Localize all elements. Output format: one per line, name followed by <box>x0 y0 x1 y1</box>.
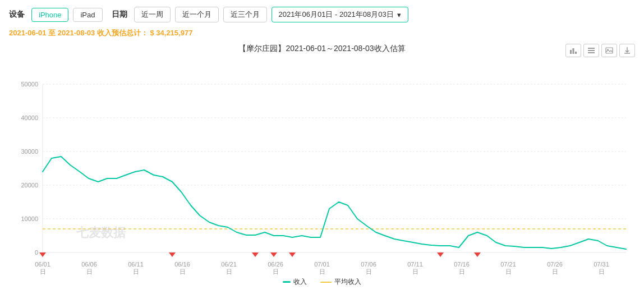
bar-chart-button[interactable] <box>565 44 581 57</box>
svg-text:07/16: 07/16 <box>454 261 470 268</box>
week-button[interactable]: 近一周 <box>134 7 171 22</box>
flag-4 <box>270 252 277 257</box>
avg-legend-item: 平均收入 <box>320 277 361 287</box>
svg-text:20000: 20000 <box>21 182 38 189</box>
svg-text:日: 日 <box>86 268 93 275</box>
date-label: 日期 <box>112 10 127 20</box>
svg-rect-3 <box>588 48 595 49</box>
svg-text:日: 日 <box>505 268 512 275</box>
revenue-line <box>43 157 626 249</box>
iphone-button[interactable]: iPhone <box>31 8 68 22</box>
list-chart-button[interactable] <box>583 44 599 57</box>
svg-text:30000: 30000 <box>21 148 38 155</box>
svg-text:07/31: 07/31 <box>594 261 609 268</box>
flag-2 <box>169 252 176 257</box>
month-button[interactable]: 近一个月 <box>175 7 219 22</box>
summary-amount: $ 34,215,977 <box>150 29 192 37</box>
chart-toolbar <box>565 44 635 57</box>
date-range-button[interactable]: 2021年06月01日 - 2021年08月03日 ▾ <box>272 7 408 22</box>
svg-text:日: 日 <box>226 268 232 275</box>
svg-text:日: 日 <box>133 268 139 275</box>
svg-text:07/01: 07/01 <box>314 261 330 268</box>
download-button[interactable] <box>619 44 635 57</box>
top-bar: 设备 iPhone iPad 日期 近一周 近一个月 近三个月 2021年06月… <box>0 0 644 27</box>
svg-text:07/11: 07/11 <box>407 261 423 268</box>
device-label: 设备 <box>9 10 25 20</box>
svg-text:日: 日 <box>273 268 279 275</box>
svg-text:日: 日 <box>319 268 325 275</box>
svg-text:日: 日 <box>366 268 372 275</box>
legend: 收入 平均收入 <box>9 277 635 287</box>
svg-rect-6 <box>606 48 613 53</box>
revenue-legend-label: 收入 <box>293 277 307 287</box>
svg-text:日: 日 <box>599 268 605 275</box>
svg-text:日: 日 <box>552 268 558 275</box>
svg-rect-4 <box>588 50 595 51</box>
svg-text:50000: 50000 <box>21 81 38 88</box>
revenue-legend-item: 收入 <box>283 277 307 287</box>
flag-5 <box>289 252 296 257</box>
svg-text:10000: 10000 <box>21 215 38 222</box>
flag-3 <box>252 252 259 257</box>
ipad-button[interactable]: iPad <box>73 8 102 22</box>
three-months-button[interactable]: 近三个月 <box>223 7 267 22</box>
svg-text:日: 日 <box>180 268 186 275</box>
svg-text:日: 日 <box>412 268 418 275</box>
svg-text:06/16: 06/16 <box>174 261 190 268</box>
svg-text:40000: 40000 <box>21 114 38 121</box>
chevron-down-icon: ▾ <box>397 11 401 19</box>
svg-rect-2 <box>575 52 577 54</box>
svg-text:06/11: 06/11 <box>128 261 144 268</box>
image-button[interactable] <box>601 44 617 57</box>
avg-legend-label: 平均收入 <box>334 277 361 287</box>
svg-text:06/26: 06/26 <box>268 261 283 268</box>
chart-container: 【摩尔庄园】2021-06-01～2021-08-03收入估算 .axis-la… <box>9 44 635 287</box>
chart-title: 【摩尔庄园】2021-06-01～2021-08-03收入估算 <box>9 44 635 54</box>
svg-rect-5 <box>588 52 595 53</box>
chart-area: .axis-label { font-size: 11px; fill: #99… <box>9 56 635 275</box>
svg-rect-1 <box>573 48 574 54</box>
flag-6 <box>437 252 444 257</box>
revenue-legend-color <box>283 281 291 283</box>
svg-text:07/06: 07/06 <box>361 261 376 268</box>
svg-text:06/21: 06/21 <box>221 261 237 268</box>
flag-1 <box>39 252 46 257</box>
svg-text:0: 0 <box>35 249 38 256</box>
svg-text:06/01: 06/01 <box>35 261 50 268</box>
svg-text:06/06: 06/06 <box>81 261 97 268</box>
date-range-text: 2021年06月01日 - 2021年08月03日 <box>279 10 394 20</box>
flag-7 <box>474 252 481 257</box>
svg-rect-0 <box>570 50 572 54</box>
summary-bar: 2021-06-01 至 2021-08-03 收入预估总计： $ 34,215… <box>0 27 644 40</box>
svg-text:07/21: 07/21 <box>500 261 516 268</box>
chart-svg: .axis-label { font-size: 11px; fill: #99… <box>9 56 635 275</box>
svg-text:07/26: 07/26 <box>547 261 563 268</box>
summary-prefix: 2021-06-01 至 2021-08-03 收入预估总计： <box>9 29 148 37</box>
svg-text:日: 日 <box>459 268 465 275</box>
avg-legend-color <box>320 282 332 283</box>
svg-text:日: 日 <box>40 268 46 275</box>
